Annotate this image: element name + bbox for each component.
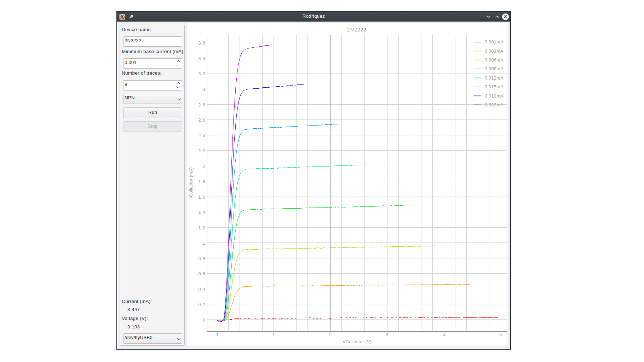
svg-text:0.6: 0.6 bbox=[198, 272, 205, 276]
svg-text:2.8: 2.8 bbox=[198, 103, 205, 107]
svg-text:2.2: 2.2 bbox=[198, 148, 205, 153]
svg-text:2.6: 2.6 bbox=[198, 118, 205, 123]
svg-text:3: 3 bbox=[386, 332, 388, 337]
svg-text:ICollector (mA): ICollector (mA) bbox=[188, 167, 193, 198]
svg-text:2: 2 bbox=[329, 332, 332, 337]
svg-text:3.2: 3.2 bbox=[198, 71, 205, 76]
svg-text:2: 2 bbox=[202, 164, 205, 169]
svg-text:0.019mA: 0.019mA bbox=[484, 93, 504, 99]
svg-text:0.001mA: 0.001mA bbox=[484, 39, 504, 45]
svg-text:0.012mA: 0.012mA bbox=[484, 75, 504, 81]
svg-text:0.003mA: 0.003mA bbox=[484, 48, 504, 54]
svg-text:0.8: 0.8 bbox=[198, 256, 205, 261]
svg-text:1.8: 1.8 bbox=[198, 179, 205, 184]
svg-text:0.4: 0.4 bbox=[198, 287, 205, 292]
svg-text:1.4: 1.4 bbox=[198, 210, 205, 215]
svg-text:1: 1 bbox=[202, 241, 205, 246]
svg-text:1.6: 1.6 bbox=[198, 195, 205, 200]
svg-text:0.015mA: 0.015mA bbox=[484, 84, 504, 89]
svg-text:0.022mA: 0.022mA bbox=[484, 102, 504, 107]
svg-text:1: 1 bbox=[272, 332, 275, 337]
svg-text:2.4: 2.4 bbox=[198, 133, 205, 138]
svg-text:1.2: 1.2 bbox=[198, 226, 205, 230]
svg-text:3.4: 3.4 bbox=[198, 56, 205, 61]
svg-text:0.006mA: 0.006mA bbox=[484, 57, 504, 63]
svg-text:0: 0 bbox=[202, 318, 205, 323]
svg-text:5: 5 bbox=[499, 332, 502, 337]
svg-text:0.2: 0.2 bbox=[198, 302, 205, 307]
svg-text:4: 4 bbox=[442, 332, 445, 337]
svg-text:0.008mA: 0.008mA bbox=[484, 66, 504, 71]
svg-text:3: 3 bbox=[202, 87, 205, 92]
svg-text:0: 0 bbox=[215, 332, 218, 337]
svg-text:2N2222: 2N2222 bbox=[347, 27, 367, 33]
svg-text:3.6: 3.6 bbox=[198, 41, 205, 46]
svg-text:VCollector (V): VCollector (V) bbox=[343, 339, 372, 344]
